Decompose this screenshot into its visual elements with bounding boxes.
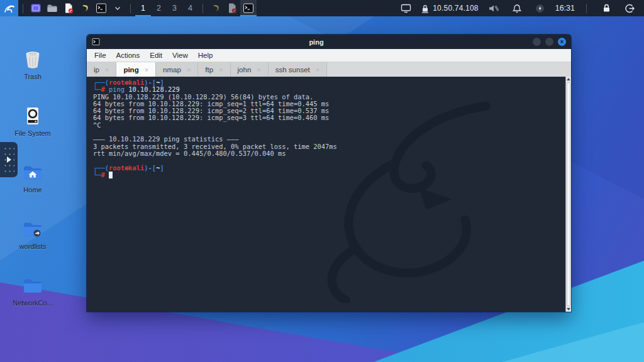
docedit-icon [226, 3, 238, 14]
clock[interactable]: 16:31 [555, 4, 575, 13]
network-lock-icon [421, 4, 430, 13]
minimize-button[interactable] [533, 38, 541, 46]
desktop-icon-label: wordlists [19, 243, 47, 250]
terminal-cursor [109, 172, 113, 178]
tab-label: ssh sunset [275, 66, 310, 74]
panel-separator [130, 4, 131, 13]
workspace-button-4[interactable]: 4 [182, 0, 198, 16]
tab-label: ftp [205, 66, 213, 74]
tab-nmap[interactable]: nmap× [156, 62, 198, 77]
terminal-icon [92, 38, 100, 46]
terminal-line: ┌──(root⊛kali)-[~] [93, 165, 562, 172]
terminal-window: ping × FileActionsEditViewHelp ip×ping×n… [87, 35, 571, 312]
scrollbar-thumb[interactable] [567, 82, 570, 306]
power-circle-icon [535, 4, 545, 13]
desktop-icon-file-system[interactable]: File System [6, 106, 59, 137]
folder-link-icon [22, 219, 43, 240]
desktop-icon-label: Trash [24, 73, 42, 80]
panel-separator [203, 4, 203, 13]
vpn-ip-indicator[interactable]: 10.50.74.108 [421, 4, 478, 13]
firefox-launcher[interactable] [77, 0, 93, 16]
logout-icon [625, 4, 635, 13]
tab-ip[interactable]: ip× [87, 62, 116, 77]
tab-close-button[interactable]: × [257, 66, 260, 74]
tab-close-button[interactable]: × [105, 66, 109, 74]
tab-close-button[interactable]: × [145, 66, 148, 74]
menu-file[interactable]: File [89, 49, 111, 62]
terminal-scrollbar[interactable] [565, 77, 571, 312]
chevron-down-icon [114, 4, 121, 12]
system-tray: 10.50.74.108 16:31 [397, 0, 644, 16]
power-manager-button[interactable] [532, 0, 548, 16]
arrow-right-icon [7, 156, 11, 163]
tab-close-button[interactable]: × [187, 66, 191, 74]
menu-bar: FileActionsEditViewHelp [87, 49, 571, 62]
desktop-icon-wordlists[interactable]: wordlists [6, 219, 59, 250]
desktop-icon-label: Home [23, 186, 42, 194]
window-icon [30, 3, 42, 14]
terminal-output: ┌──(root⊛kali)-[~]└─# ping 10.10.128.229… [93, 79, 562, 178]
tab-john[interactable]: john× [231, 62, 269, 77]
tab-ftp[interactable]: ftp× [198, 62, 230, 77]
task-terminal[interactable] [240, 0, 257, 16]
folder-home-icon [22, 162, 43, 184]
bell-icon [513, 4, 521, 13]
tab-ssh-sunset[interactable]: ssh sunset× [269, 62, 327, 77]
top-panel: 1234 10.50.74.108 16:31 [0, 0, 644, 16]
monitor-icon [401, 4, 411, 13]
terminal-icon [243, 3, 254, 14]
window-manager-launcher[interactable] [28, 0, 44, 16]
scroll-up-icon[interactable] [567, 78, 570, 80]
terminal-launcher[interactable] [93, 0, 109, 16]
terminal-icon [96, 3, 107, 14]
ip-address: 10.50.74.108 [433, 4, 478, 13]
dock-reveal-handle[interactable] [0, 142, 18, 177]
terminal-line: └─# [93, 172, 562, 178]
terminal-line: ^C [93, 122, 562, 129]
menu-actions[interactable]: Actions [111, 49, 145, 62]
logout-button[interactable] [621, 0, 638, 16]
kali-logo-icon [3, 3, 15, 14]
desktop-icon-trash[interactable]: Trash [6, 49, 59, 80]
task-firefox[interactable] [208, 0, 224, 16]
tab-ping[interactable]: ping× [116, 62, 156, 77]
terminal-dropdown-button[interactable] [109, 0, 126, 16]
menu-view[interactable]: View [167, 49, 193, 62]
workspace-button-2[interactable]: 2 [151, 0, 167, 16]
file-manager-launcher[interactable] [44, 0, 60, 16]
window-title: ping [100, 38, 533, 46]
kali-menu-button[interactable] [0, 0, 18, 16]
workspace-switcher: 1234 [135, 0, 198, 16]
tab-label: john [238, 66, 252, 74]
workspace-button-3[interactable]: 3 [167, 0, 182, 16]
folder-icon [47, 3, 58, 14]
menu-edit[interactable]: Edit [145, 49, 167, 62]
folder-icon [22, 275, 43, 297]
display-tray-button[interactable] [397, 0, 414, 16]
firefox-icon [210, 3, 221, 14]
panel-separator [586, 4, 587, 13]
desktop-icon-label: NetworkCo... [13, 299, 53, 307]
audio-muted-button[interactable] [486, 0, 502, 16]
task-text-editor[interactable] [224, 0, 240, 16]
text-editor-launcher[interactable] [60, 0, 77, 16]
padlock-icon [602, 4, 611, 13]
drive-icon [22, 106, 43, 127]
tab-label: ping [123, 66, 138, 74]
terminal-screen[interactable]: ┌──(root⊛kali)-[~]└─# ping 10.10.128.229… [87, 77, 571, 312]
terminal-line: 64 bytes from 10.10.128.229: icmp_seq=3 … [93, 114, 562, 121]
window-titlebar[interactable]: ping × [87, 35, 571, 49]
menu-help[interactable]: Help [193, 49, 218, 62]
notifications-button[interactable] [509, 0, 525, 16]
tab-bar: ip×ping×nmap×ftp×john×ssh sunset× [87, 62, 571, 77]
window-controls: × [533, 38, 566, 46]
desktop-icon-networkco-[interactable]: NetworkCo... [6, 275, 59, 307]
workspace-button-1[interactable]: 1 [135, 0, 151, 16]
lock-screen-button[interactable] [598, 0, 614, 16]
scroll-down-icon[interactable] [567, 308, 570, 310]
tab-close-button[interactable]: × [316, 66, 319, 74]
tab-close-button[interactable]: × [219, 66, 223, 74]
panel-separator [23, 4, 23, 13]
close-button[interactable]: × [558, 38, 566, 46]
maximize-button[interactable] [545, 38, 553, 46]
